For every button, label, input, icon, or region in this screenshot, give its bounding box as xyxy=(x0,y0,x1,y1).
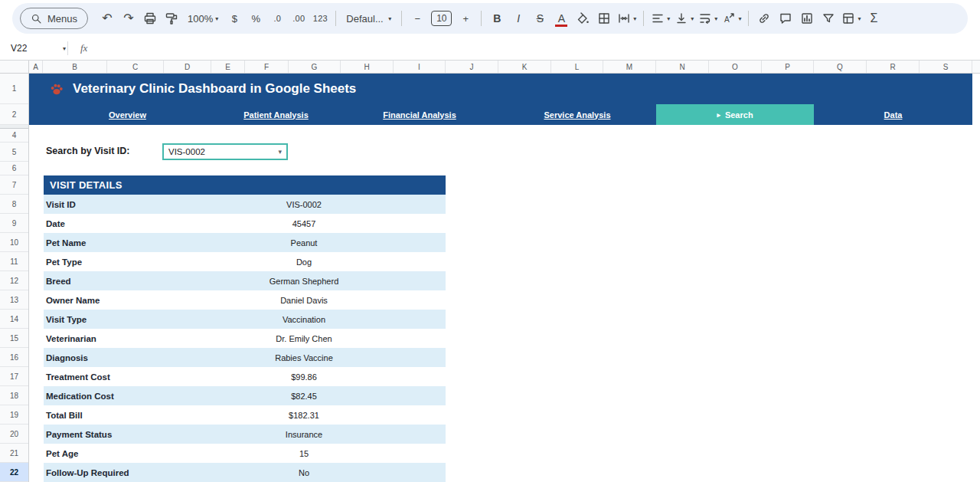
functions-button[interactable]: Σ xyxy=(864,8,884,28)
detail-value[interactable]: 15 xyxy=(227,449,381,458)
row-header-9[interactable]: 9 xyxy=(0,214,28,233)
visit-details-header[interactable]: VISIT DETAILS xyxy=(44,175,446,195)
row-header-2[interactable]: 2 xyxy=(0,104,28,125)
detail-label[interactable]: Pet Name xyxy=(44,238,227,248)
column-header-I[interactable]: I xyxy=(394,61,446,73)
tab-overview[interactable]: Overview xyxy=(44,104,211,125)
increase-font-size-button[interactable]: + xyxy=(456,8,475,28)
paint-format-button[interactable] xyxy=(162,8,181,28)
row-header-10[interactable]: 10 xyxy=(0,233,28,252)
borders-button[interactable] xyxy=(594,8,614,28)
column-header-M[interactable]: M xyxy=(603,61,656,73)
row-header-11[interactable]: 11 xyxy=(0,252,28,271)
row-header-21[interactable]: 21 xyxy=(0,444,28,463)
detail-value[interactable]: $82.45 xyxy=(227,392,381,401)
row-header-1[interactable]: 1 xyxy=(0,74,28,104)
row-header-14[interactable]: 14 xyxy=(0,310,28,329)
column-header-L[interactable]: L xyxy=(551,61,603,73)
column-header-A[interactable]: A xyxy=(29,61,43,73)
create-filter-button[interactable] xyxy=(818,8,838,28)
more-formats-button[interactable]: 123 xyxy=(310,8,330,28)
zoom-control[interactable]: 100% ▾ xyxy=(183,8,223,28)
search-by-visit-id-label[interactable]: Search by Visit ID: xyxy=(46,146,130,156)
detail-label[interactable]: Payment Status xyxy=(44,430,227,439)
italic-button[interactable]: I xyxy=(508,8,528,28)
row-header-12[interactable]: 12 xyxy=(0,271,28,290)
print-button[interactable] xyxy=(140,8,160,28)
select-all-corner[interactable] xyxy=(0,61,29,73)
detail-value[interactable]: German Shepherd xyxy=(227,277,381,286)
redo-button[interactable]: ↷ xyxy=(119,8,139,28)
row-header-7[interactable]: 7 xyxy=(0,175,28,195)
cell-name-box[interactable]: V22 ▾ xyxy=(0,43,66,54)
visit-id-dropdown[interactable]: VIS-0002 ▾ xyxy=(162,143,288,160)
detail-label[interactable]: Breed xyxy=(44,277,227,286)
strikethrough-button[interactable]: S xyxy=(530,8,550,28)
column-header-C[interactable]: C xyxy=(107,61,164,73)
detail-label[interactable]: Total Bill xyxy=(44,411,227,420)
column-header-R[interactable]: R xyxy=(867,61,920,73)
table-views-button[interactable]: ▾ xyxy=(840,8,862,28)
row-header-20[interactable]: 20 xyxy=(0,425,28,444)
increase-decimal-button[interactable]: .00 xyxy=(289,8,309,28)
detail-label[interactable]: Treatment Cost xyxy=(44,372,227,382)
column-header-P[interactable]: P xyxy=(762,61,814,73)
column-header-J[interactable]: J xyxy=(446,61,498,73)
detail-label[interactable]: Pet Type xyxy=(44,257,227,267)
row-header-4[interactable]: 4 xyxy=(0,129,28,143)
row-header-16[interactable]: 16 xyxy=(0,348,28,367)
detail-label[interactable]: Visit ID xyxy=(44,200,227,209)
vertical-align-button[interactable]: ▾ xyxy=(673,8,695,28)
column-header-K[interactable]: K xyxy=(498,61,551,73)
detail-label[interactable]: Medication Cost xyxy=(44,392,227,401)
text-rotation-button[interactable]: A ▾ xyxy=(720,8,743,28)
tab-data[interactable]: Data xyxy=(814,104,972,125)
row-header-13[interactable]: 13 xyxy=(0,290,28,310)
row-header-15[interactable]: 15 xyxy=(0,329,28,348)
row-header-22[interactable]: 22 xyxy=(0,463,28,482)
text-color-button[interactable]: A xyxy=(551,8,571,28)
detail-label[interactable]: Pet Age xyxy=(44,449,227,458)
column-header-E[interactable]: E xyxy=(211,61,245,73)
column-header-F[interactable]: F xyxy=(245,61,289,73)
text-wrap-button[interactable]: ▾ xyxy=(697,8,719,28)
decrease-font-size-button[interactable]: − xyxy=(407,8,427,28)
detail-value[interactable]: No xyxy=(227,468,381,477)
undo-button[interactable]: ↶ xyxy=(97,8,117,28)
font-select[interactable]: Defaul... ▾ xyxy=(341,8,396,28)
dashboard-banner[interactable]: Veterinary Clinic Dashboard in Google Sh… xyxy=(29,74,972,104)
detail-label[interactable]: Veterinarian xyxy=(44,334,227,343)
column-header-H[interactable]: H xyxy=(341,61,394,73)
row-header-5[interactable]: 5 xyxy=(0,143,28,162)
column-header-N[interactable]: N xyxy=(656,61,709,73)
detail-value[interactable]: $182.31 xyxy=(227,411,381,420)
detail-value[interactable]: Rabies Vaccine xyxy=(227,353,381,362)
detail-value[interactable]: Vaccination xyxy=(227,315,381,324)
column-header-B[interactable]: B xyxy=(43,61,107,73)
merge-cells-button[interactable]: ▾ xyxy=(616,8,638,28)
tab-search[interactable]: ▸Search xyxy=(656,104,814,125)
insert-chart-button[interactable] xyxy=(797,8,817,28)
tab-financial-analysis[interactable]: Financial Analysis xyxy=(341,104,498,125)
insert-comment-button[interactable] xyxy=(776,8,795,28)
menus-button[interactable]: Menus xyxy=(20,8,88,29)
row-header-19[interactable]: 19 xyxy=(0,405,28,425)
detail-value[interactable]: Daniel Davis xyxy=(227,296,381,305)
detail-value[interactable]: 45457 xyxy=(227,219,381,228)
detail-label[interactable]: Owner Name xyxy=(44,296,227,305)
format-currency-button[interactable]: $ xyxy=(224,8,244,28)
row-header-8[interactable]: 8 xyxy=(0,195,28,214)
format-percent-button[interactable]: % xyxy=(246,8,266,28)
bold-button[interactable]: B xyxy=(487,8,507,28)
detail-value[interactable]: Peanut xyxy=(227,238,381,248)
horizontal-align-button[interactable]: ▾ xyxy=(649,8,671,28)
column-header-S[interactable]: S xyxy=(920,61,972,73)
column-header-O[interactable]: O xyxy=(709,61,762,73)
tab-patient-analysis[interactable]: Patient Analysis xyxy=(211,104,341,125)
detail-value[interactable]: $99.86 xyxy=(227,372,381,382)
row-header-6[interactable]: 6 xyxy=(0,162,28,175)
detail-label[interactable]: Date xyxy=(44,219,227,228)
row-header-17[interactable]: 17 xyxy=(0,367,28,386)
column-header-G[interactable]: G xyxy=(289,61,341,73)
fill-color-button[interactable] xyxy=(573,8,593,28)
